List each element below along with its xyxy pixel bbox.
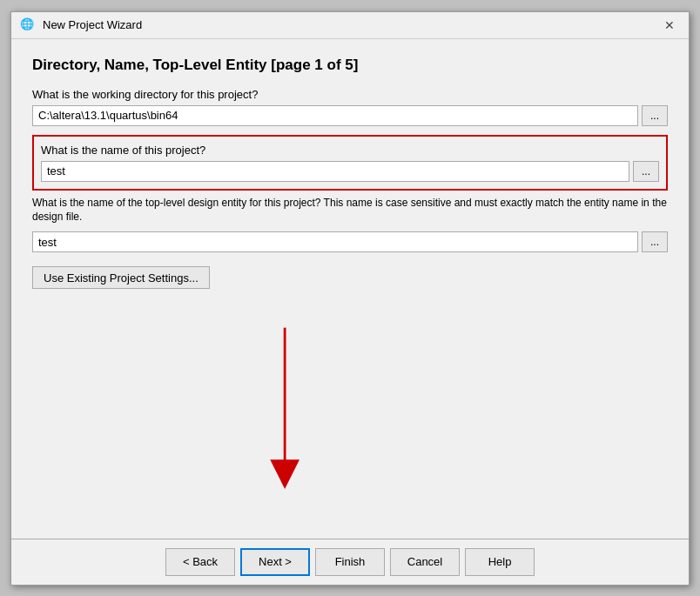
top-level-browse-button[interactable]: ... <box>642 231 668 252</box>
dialog-body: Directory, Name, Top-Level Entity [page … <box>11 39 689 539</box>
project-name-highlight-box: What is the name of this project? ... <box>32 135 668 191</box>
top-level-input[interactable] <box>32 231 638 252</box>
project-name-browse-button[interactable]: ... <box>633 161 659 182</box>
title-bar: 🌐 New Project Wizard ✕ <box>11 12 689 39</box>
top-level-label: What is the name of the top-level design… <box>32 196 668 225</box>
project-name-label: What is the name of this project? <box>41 144 659 157</box>
project-name-input[interactable] <box>41 161 629 182</box>
working-dir-row: ... <box>32 105 668 126</box>
page-title: Directory, Name, Top-Level Entity [page … <box>32 57 668 74</box>
next-button[interactable]: Next > <box>240 548 310 576</box>
working-dir-input[interactable] <box>32 105 638 126</box>
title-bar-left: 🌐 New Project Wizard <box>20 17 142 33</box>
top-level-row: ... <box>32 231 668 252</box>
existing-settings-button[interactable]: Use Existing Project Settings... <box>32 266 210 289</box>
app-icon: 🌐 <box>20 17 36 33</box>
working-dir-browse-button[interactable]: ... <box>642 105 668 126</box>
dialog-footer: < Back Next > Finish Cancel Help <box>11 539 689 585</box>
annotation-arrow <box>32 294 668 524</box>
help-button[interactable]: Help <box>465 548 535 576</box>
working-dir-label: What is the working directory for this p… <box>32 88 668 101</box>
arrow-area <box>32 294 668 524</box>
existing-settings-row: Use Existing Project Settings... <box>32 261 668 294</box>
back-button[interactable]: < Back <box>165 548 235 576</box>
dialog-window: 🌐 New Project Wizard ✕ Directory, Name, … <box>10 11 690 586</box>
close-button[interactable]: ✕ <box>659 17 680 33</box>
finish-button[interactable]: Finish <box>315 548 385 576</box>
cancel-button[interactable]: Cancel <box>390 548 460 576</box>
title-bar-title: New Project Wizard <box>43 18 142 31</box>
project-name-row: ... <box>41 161 659 182</box>
